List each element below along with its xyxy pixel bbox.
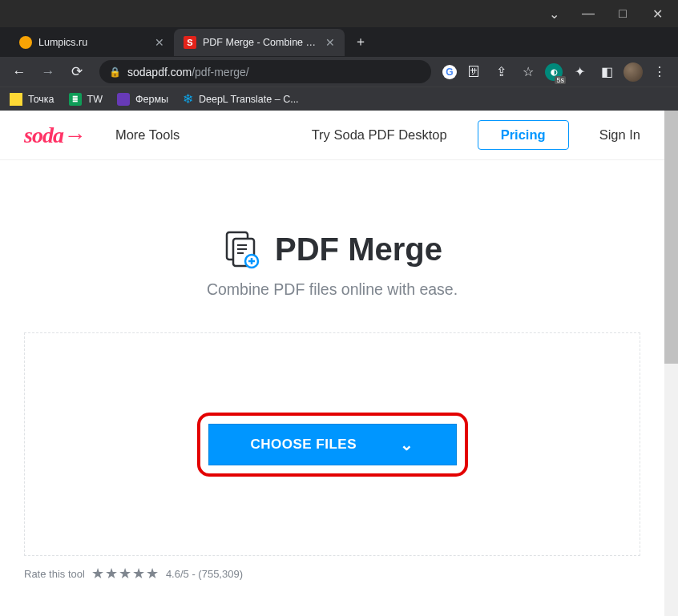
page-subtitle: Combine PDF files online with ease. — [0, 280, 664, 299]
annotation-highlight: CHOOSE FILES ⌄ — [197, 413, 468, 477]
forward-button: → — [37, 61, 59, 83]
menu-icon[interactable]: ⋮ — [649, 62, 670, 83]
new-tab-button[interactable]: ＋ — [349, 31, 372, 54]
window-maximize[interactable]: □ — [608, 2, 637, 25]
url-bar[interactable]: 🔒 sodapdf.com/pdf-merge/ — [99, 60, 431, 83]
star-rating[interactable]: ★★★★★ — [91, 565, 159, 582]
window-dropdown[interactable]: ⌄ — [539, 2, 568, 25]
nav-pricing[interactable]: Pricing — [478, 120, 569, 150]
scrollbar-thumb[interactable] — [664, 111, 678, 364]
share-icon[interactable]: ⇪ — [490, 62, 511, 83]
folder-icon — [10, 93, 22, 106]
pdf-merge-icon — [222, 229, 262, 269]
window-minimize[interactable]: — — [574, 2, 603, 25]
bookmarks-bar: Точка ≣TW Фермы ❄DeepL Translate – C... — [0, 87, 678, 111]
lock-icon[interactable]: 🔒 — [109, 66, 121, 78]
rate-label: Rate this tool — [24, 568, 85, 580]
profile-avatar[interactable] — [624, 62, 643, 82]
bookmark-tw[interactable]: ≣TW — [69, 93, 103, 106]
window-title-bar: ⌄ — □ ✕ — [0, 0, 678, 27]
bookmark-tochka[interactable]: Точка — [10, 93, 54, 106]
tab-sodapdf[interactable]: S PDF Merge - Combine PDF Files ✕ — [174, 29, 345, 56]
nav-more-tools[interactable]: More Tools — [115, 127, 180, 143]
tab-close-icon[interactable]: ✕ — [325, 36, 335, 49]
extension-badge[interactable]: ◐ — [545, 63, 563, 81]
favicon-sodapdf: S — [184, 36, 196, 49]
url-path: /pdf-merge/ — [192, 66, 249, 79]
page-title: PDF Merge — [222, 229, 442, 269]
translate-icon[interactable]: 🈂 — [463, 62, 484, 83]
tab-label: Lumpics.ru — [38, 37, 87, 48]
hero-section: PDF Merge Combine PDF files online with … — [0, 160, 664, 315]
tab-close-icon[interactable]: ✕ — [155, 36, 164, 49]
google-icon[interactable]: G — [442, 65, 457, 79]
bookmark-fermy[interactable]: Фермы — [117, 93, 168, 106]
favicon-lumpics — [19, 36, 32, 49]
url-host: sodapdf.com — [127, 66, 192, 79]
folder-icon — [117, 93, 130, 106]
scrollbar-track[interactable] — [664, 111, 678, 616]
tab-label: PDF Merge - Combine PDF Files — [203, 37, 319, 48]
tab-strip: Lumpics.ru ✕ S PDF Merge - Combine PDF F… — [0, 27, 678, 57]
bookmark-star-icon[interactable]: ☆ — [518, 62, 539, 83]
file-drop-zone[interactable]: CHOOSE FILES ⌄ — [24, 332, 640, 556]
soda-logo[interactable]: soda→ — [24, 123, 85, 148]
nav-try-desktop[interactable]: Try Soda PDF Desktop — [312, 127, 447, 143]
rating-row: Rate this tool ★★★★★ 4.6/5 - (755,309) — [0, 556, 664, 591]
choose-files-button[interactable]: CHOOSE FILES ⌄ — [208, 424, 457, 465]
address-bar-row: ← → ⟳ 🔒 sodapdf.com/pdf-merge/ G 🈂 ⇪ ☆ ◐… — [0, 57, 678, 87]
reload-button[interactable]: ⟳ — [66, 61, 88, 83]
rate-score: 4.6/5 - (755,309) — [166, 568, 243, 580]
bookmark-deepl[interactable]: ❄DeepL Translate – C... — [183, 91, 299, 107]
page-viewport: soda→ More Tools Try Soda PDF Desktop Pr… — [0, 111, 678, 616]
nav-signin[interactable]: Sign In — [599, 127, 640, 143]
site-header: soda→ More Tools Try Soda PDF Desktop Pr… — [0, 111, 664, 160]
window-close[interactable]: ✕ — [643, 2, 672, 25]
sidepanel-icon[interactable]: ◧ — [596, 62, 617, 83]
back-button[interactable]: ← — [8, 61, 30, 83]
tab-lumpics[interactable]: Lumpics.ru ✕ — [10, 29, 174, 56]
extensions-icon[interactable]: ✦ — [569, 62, 590, 83]
chevron-down-icon: ⌄ — [400, 435, 414, 454]
deepl-icon: ❄ — [183, 91, 193, 107]
sheet-icon: ≣ — [69, 93, 82, 106]
